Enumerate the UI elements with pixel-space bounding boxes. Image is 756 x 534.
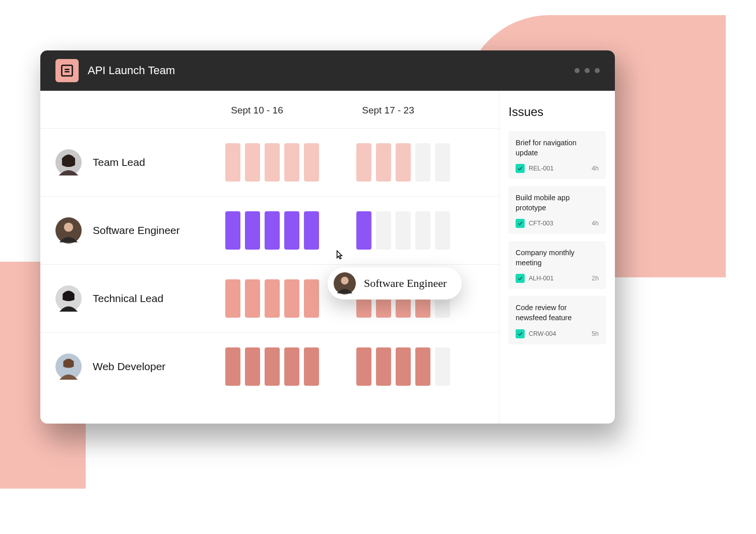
- check-icon: [516, 329, 525, 338]
- week-header: Sept 10 - 16: [192, 105, 323, 116]
- day-allocation-bar[interactable]: [304, 347, 319, 386]
- issue-code: CRW-004: [529, 330, 556, 337]
- svg-point-12: [341, 277, 348, 284]
- window-controls[interactable]: [575, 68, 600, 73]
- app-logo-icon: [55, 59, 79, 82]
- role-name: Software Engineer: [93, 224, 180, 236]
- day-allocation-bar[interactable]: [245, 211, 260, 250]
- window-dot-icon[interactable]: [595, 68, 600, 73]
- day-allocation-bar[interactable]: [356, 211, 371, 250]
- issue-title: Code review for newsfeed feature: [516, 303, 599, 323]
- issue-card[interactable]: Build mobile app prototypeCFT-0034h: [509, 186, 606, 234]
- issue-code: REL-001: [529, 165, 553, 172]
- drag-tooltip[interactable]: Software Engineer: [328, 267, 462, 300]
- week-cell: [207, 347, 338, 386]
- svg-rect-0: [62, 66, 73, 76]
- issue-title: Build mobile app prototype: [516, 193, 599, 213]
- day-allocation-bar[interactable]: [265, 211, 280, 250]
- day-allocation-bar[interactable]: [304, 143, 319, 182]
- week-cell: [338, 143, 469, 182]
- week-cell: [207, 211, 338, 250]
- role-name: Team Lead: [93, 156, 145, 168]
- role-cell: Technical Lead: [55, 285, 207, 312]
- timeline-panel: Sept 10 - 16 Sept 17 - 23 Team LeadSoftw…: [40, 91, 499, 424]
- day-allocation-bar[interactable]: [304, 279, 319, 318]
- day-allocation-bar[interactable]: [225, 211, 240, 250]
- day-allocation-bar[interactable]: [284, 211, 299, 250]
- avatar: [55, 285, 82, 312]
- role-cell: Team Lead: [55, 149, 207, 175]
- issue-meta: ALH-0012h: [516, 274, 599, 283]
- timeline-header: Sept 10 - 16 Sept 17 - 23: [40, 91, 499, 128]
- day-allocation-bar[interactable]: [304, 211, 319, 250]
- window-dot-icon[interactable]: [575, 68, 580, 73]
- day-allocation-bar[interactable]: [225, 143, 240, 182]
- day-allocation-bar[interactable]: [356, 143, 371, 182]
- issue-code: CFT-003: [529, 220, 553, 227]
- day-allocation-bar[interactable]: [415, 211, 430, 250]
- day-allocation-bar[interactable]: [245, 143, 260, 182]
- check-icon: [516, 219, 525, 228]
- day-allocation-bar[interactable]: [376, 143, 391, 182]
- cursor-pointer-icon: [333, 249, 346, 264]
- day-allocation-bar[interactable]: [265, 143, 280, 182]
- day-allocation-bar[interactable]: [245, 279, 260, 318]
- window-dot-icon[interactable]: [585, 68, 590, 73]
- day-allocation-bar[interactable]: [245, 347, 260, 386]
- check-icon: [516, 274, 525, 283]
- week-cell: [207, 143, 338, 182]
- avatar: [55, 149, 82, 175]
- day-allocation-bar[interactable]: [284, 347, 299, 386]
- issue-title: Brief for navigation update: [516, 138, 599, 158]
- day-allocation-bar[interactable]: [225, 279, 240, 318]
- day-allocation-bar[interactable]: [284, 279, 299, 318]
- timeline-row: Web Developer: [40, 332, 499, 400]
- day-allocation-bar[interactable]: [356, 347, 371, 386]
- day-allocation-bar[interactable]: [284, 143, 299, 182]
- issue-meta: CRW-0045h: [516, 329, 599, 338]
- issue-hours: 4h: [592, 220, 599, 227]
- issue-card[interactable]: Brief for navigation updateREL-0014h: [509, 131, 606, 179]
- issue-code: ALH-001: [529, 275, 553, 282]
- role-cell: Web Developer: [55, 353, 207, 380]
- role-cell: Software Engineer: [55, 217, 207, 244]
- week-cell: [338, 211, 469, 250]
- week-cell: [207, 279, 338, 318]
- issues-sidebar: Issues Brief for navigation updateREL-00…: [499, 91, 615, 424]
- sidebar-title: Issues: [509, 105, 606, 119]
- avatar: [334, 272, 356, 294]
- day-allocation-bar[interactable]: [415, 347, 430, 386]
- role-name: Technical Lead: [93, 292, 163, 305]
- page-title: API Launch Team: [88, 64, 175, 77]
- week-cell: [338, 347, 469, 386]
- day-allocation-bar[interactable]: [376, 347, 391, 386]
- day-allocation-bar[interactable]: [265, 279, 280, 318]
- issue-card[interactable]: Code review for newsfeed featureCRW-0045…: [509, 296, 606, 344]
- day-allocation-bar[interactable]: [396, 347, 411, 386]
- timeline-row: Team Lead: [40, 128, 499, 196]
- day-allocation-bar[interactable]: [435, 143, 450, 182]
- day-allocation-bar[interactable]: [435, 347, 450, 386]
- timeline-row: Software Engineer: [40, 196, 499, 264]
- day-allocation-bar[interactable]: [435, 211, 450, 250]
- week-header: Sept 17 - 23: [323, 105, 454, 116]
- app-window: API Launch Team Sept 10 - 16 Sept 17 - 2…: [40, 50, 615, 424]
- role-name: Web Developer: [93, 361, 165, 373]
- titlebar: API Launch Team: [40, 50, 615, 91]
- day-allocation-bar[interactable]: [396, 143, 411, 182]
- check-icon: [516, 164, 525, 173]
- issue-meta: CFT-0034h: [516, 219, 599, 228]
- issue-title: Company monthly meeting: [516, 248, 599, 268]
- svg-point-6: [64, 222, 73, 231]
- issue-hours: 2h: [592, 275, 599, 282]
- avatar: [55, 217, 82, 244]
- day-allocation-bar[interactable]: [415, 143, 430, 182]
- issue-hours: 5h: [592, 330, 599, 337]
- day-allocation-bar[interactable]: [376, 211, 391, 250]
- day-allocation-bar[interactable]: [225, 347, 240, 386]
- issue-card[interactable]: Company monthly meetingALH-0012h: [509, 241, 606, 289]
- day-allocation-bar[interactable]: [396, 211, 411, 250]
- issue-hours: 4h: [592, 165, 599, 172]
- tooltip-label: Software Engineer: [364, 277, 447, 290]
- day-allocation-bar[interactable]: [265, 347, 280, 386]
